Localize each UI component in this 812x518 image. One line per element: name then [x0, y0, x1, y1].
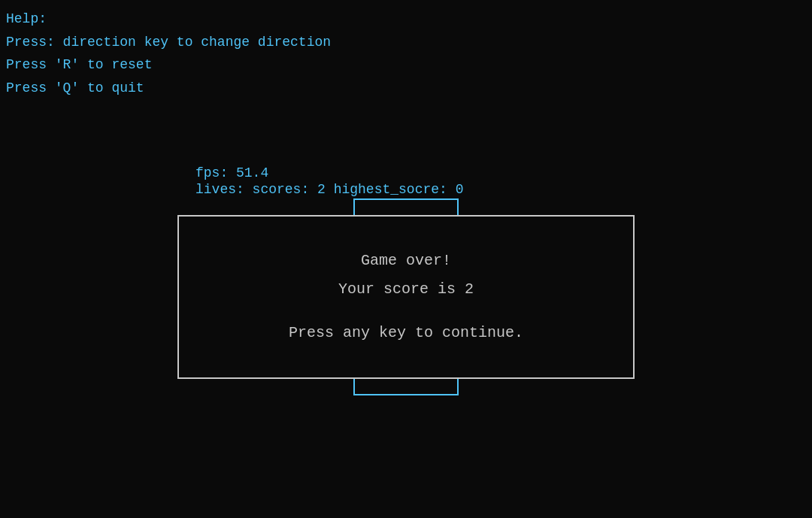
bottom-bracket	[353, 379, 459, 395]
game-over-continue: Press any key to continue.	[194, 319, 618, 347]
fps-display: fps: 51.4	[173, 165, 268, 180]
help-line1: Press: direction key to change direction	[6, 31, 331, 54]
game-over-line1: Game over!	[361, 252, 451, 269]
top-bracket	[353, 198, 459, 215]
game-over-text: Game over! Your score is 2 Press any key…	[194, 247, 618, 347]
game-over-box: Game over! Your score is 2 Press any key…	[177, 215, 635, 379]
help-line2: Press 'R' to reset	[6, 53, 331, 77]
game-over-line2: Your score is 2	[338, 280, 474, 298]
help-line3: Press 'Q' to quit	[6, 77, 331, 100]
help-title: Help:	[6, 8, 331, 31]
help-section: Help: Press: direction key to change dir…	[6, 8, 331, 99]
lives-display: lives: scores: 2 highest_socre: 0	[173, 182, 463, 197]
game-center: fps: 51.4 lives: scores: 2 highest_socre…	[173, 165, 639, 395]
